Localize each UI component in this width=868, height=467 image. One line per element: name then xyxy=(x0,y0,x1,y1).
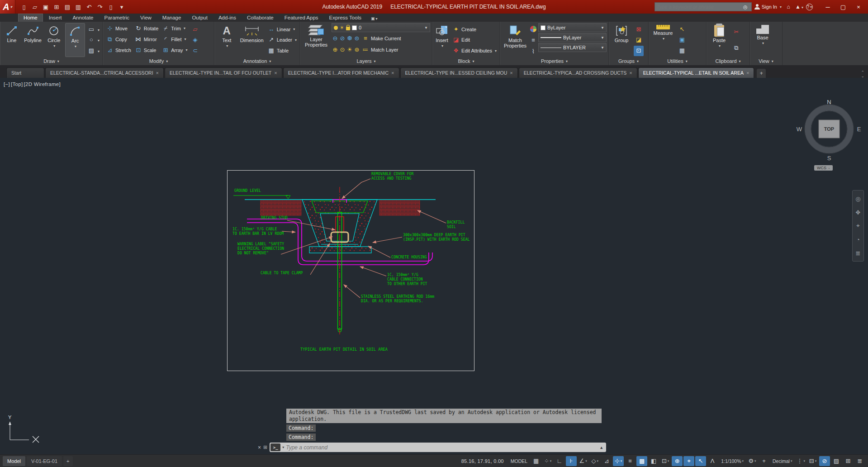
make-current-button[interactable]: ≡Make Current xyxy=(360,33,403,43)
command-input[interactable] xyxy=(286,444,598,451)
batch-plot-icon[interactable]: ▥ xyxy=(73,2,83,12)
orbit-icon[interactable]: ◔ xyxy=(853,233,863,246)
group-edit-button[interactable]: ◪ xyxy=(634,35,644,45)
rotate-button[interactable]: ↻Rotate xyxy=(133,23,160,33)
close-icon[interactable] xyxy=(629,70,632,76)
ribbon-display-button[interactable]: ▣ xyxy=(367,15,381,22)
quick-calc-button[interactable]: ▦ xyxy=(677,46,687,56)
viewport-menu-button[interactable]: [−] xyxy=(4,81,10,87)
units-toggle[interactable]: Decimal▾ xyxy=(770,456,794,466)
recent-commands-icon[interactable]: ▾ xyxy=(282,445,284,449)
dynamic-ucs-toggle[interactable]: ⊕ xyxy=(672,456,683,466)
quick-select-button[interactable]: ↖ xyxy=(677,24,687,34)
sheet-set-icon[interactable]: ▯ xyxy=(106,2,116,12)
create-block-button[interactable]: ✦Create xyxy=(451,24,498,34)
help-icon[interactable]: ? xyxy=(806,4,813,10)
tab-manage[interactable]: Manage xyxy=(157,14,186,22)
ortho-mode-toggle[interactable]: ⊦ xyxy=(566,456,577,466)
panel-label-groups[interactable]: Groups xyxy=(609,57,648,65)
panel-label-draw[interactable]: Draw xyxy=(0,57,103,65)
tab-express-tools[interactable]: Express Tools xyxy=(324,14,366,22)
infer-constraints-toggle[interactable]: ∟ xyxy=(554,456,565,466)
paste-button[interactable]: Paste xyxy=(708,23,730,57)
close-icon[interactable] xyxy=(274,70,277,76)
table-button[interactable]: ▦Table xyxy=(266,46,298,56)
edit-block-button[interactable]: ◪Edit xyxy=(451,35,498,45)
graphics-performance-toggle[interactable]: ⊘ xyxy=(819,456,830,466)
snap-mode-toggle[interactable]: ⁘▾ xyxy=(542,456,553,466)
panel-label-view[interactable]: View xyxy=(750,57,782,65)
panel-label-utilities[interactable]: Utilities xyxy=(649,57,706,65)
panel-label-annotation[interactable]: Annotation xyxy=(214,57,300,65)
ellipse-button[interactable]: ○ xyxy=(86,35,101,45)
layer-isolate-icon[interactable]: ⊘ xyxy=(339,35,346,42)
file-tab[interactable]: ELECTRICAL-TYPE IN...TAIL OF FCU OUTLET xyxy=(165,67,282,78)
save-icon[interactable]: ▣ xyxy=(41,2,51,12)
array-button[interactable]: ⊞Array xyxy=(161,45,189,55)
isometric-drafting-toggle[interactable]: ◇▾ xyxy=(589,456,600,466)
command-prompt-icon[interactable] xyxy=(270,443,280,451)
autodesk-exchange-icon[interactable]: ▲ xyxy=(795,4,803,10)
tab-addins[interactable]: Add-ins xyxy=(213,14,241,22)
object-isolate-toggle[interactable]: ⊟▾ xyxy=(807,456,818,466)
layer-on-all-icon[interactable]: ⊕ xyxy=(332,46,339,53)
new-drawing-tab-button[interactable]: + xyxy=(757,69,766,78)
clean-screen-toggle[interactable]: ⊞ xyxy=(843,456,854,466)
app-store-icon[interactable]: ⌂ xyxy=(784,4,792,10)
tab-output[interactable]: Output xyxy=(187,14,213,22)
minimize-button[interactable]: ─ xyxy=(820,1,835,13)
close-icon[interactable] xyxy=(391,70,394,76)
close-icon[interactable] xyxy=(510,70,512,76)
layer-off-icon[interactable]: ⊖ xyxy=(332,35,339,42)
file-tab-active[interactable]: ELECTRICAL-TYPICAL ...ETAIL IN SOIL AREA xyxy=(638,67,754,78)
tab-insert[interactable]: Insert xyxy=(44,14,67,22)
search-input[interactable] xyxy=(657,4,741,10)
sign-in-button[interactable]: Sign In xyxy=(754,4,782,10)
object-color-dropdown[interactable]: ByLayer ▼ xyxy=(538,23,607,32)
tab-featured-apps[interactable]: Featured Apps xyxy=(280,14,323,22)
wcs-dropdown[interactable]: WCS⌄ xyxy=(814,165,833,171)
search-icon[interactable]: ◎ xyxy=(741,4,749,10)
layer-unisolate-icon[interactable]: ⊙ xyxy=(339,46,346,53)
erase-button[interactable]: ▱ xyxy=(190,24,200,34)
text-button[interactable]: A Text xyxy=(216,23,237,57)
file-tab[interactable]: ELECTRICAL-TYPICA...AD CROSSING DUCTS xyxy=(519,67,637,78)
3d-object-snap-toggle[interactable]: ⊡▾ xyxy=(660,456,671,466)
scale-button[interactable]: ⊡Scale xyxy=(133,45,160,55)
annotation-scale-toggle[interactable]: 1:1/100%▾ xyxy=(719,456,746,466)
tab-collaborate[interactable]: Collaborate xyxy=(242,14,279,22)
close-command-icon[interactable]: × xyxy=(258,444,261,451)
dimension-button[interactable]: Dimension xyxy=(239,23,265,57)
ungroup-button[interactable]: ⊠ xyxy=(634,24,644,34)
linetype-dropdown[interactable]: BYLAYER ▼ xyxy=(538,43,607,52)
hardware-acceleration-toggle[interactable]: ▨ xyxy=(831,456,842,466)
pan-icon[interactable]: ✥ xyxy=(853,205,863,219)
polar-tracking-toggle[interactable]: ∠▾ xyxy=(578,456,588,466)
base-button[interactable]: Base xyxy=(752,23,773,57)
lineweight-list-icon[interactable]: ≡ xyxy=(530,37,537,44)
lineweight-dropdown[interactable]: ByLayer ▼ xyxy=(538,33,607,42)
open-file-icon[interactable]: ▱ xyxy=(30,2,40,12)
new-layout-button[interactable]: + xyxy=(63,456,72,466)
group-button[interactable]: Group xyxy=(611,23,632,57)
close-icon[interactable] xyxy=(746,70,749,76)
arc-button[interactable]: Arc xyxy=(65,23,85,57)
copy-button[interactable]: ⧉Copy xyxy=(105,34,133,44)
command-expand-icon[interactable]: ▲ xyxy=(599,445,603,450)
file-tab[interactable]: ELECTRICAL-TYPE I...ATOR FOR MECHANIC xyxy=(283,67,399,78)
zoom-extents-icon[interactable]: ⌖ xyxy=(853,219,863,233)
app-menu-button[interactable]: A xyxy=(0,0,15,14)
layer-thaw-all-icon[interactable]: ☀ xyxy=(346,46,353,53)
hatch-button[interactable]: ▨ xyxy=(86,46,101,56)
copy-clip-button[interactable]: ⧉ xyxy=(731,43,741,53)
stretch-button[interactable]: ⊿Stretch xyxy=(105,45,133,55)
tab-annotate[interactable]: Annotate xyxy=(67,14,98,22)
edit-attributes-button[interactable]: ❖Edit Attributes xyxy=(451,46,498,56)
panel-label-layers[interactable]: Layers xyxy=(300,57,432,65)
file-tab-start[interactable]: Start xyxy=(6,67,44,78)
panel-label-clipboard[interactable]: Clipboard xyxy=(707,57,749,65)
circle-button[interactable]: Circle xyxy=(44,23,64,57)
tab-view[interactable]: View xyxy=(135,14,157,22)
explode-button[interactable]: ◈ xyxy=(190,35,200,45)
cut-button[interactable]: ✂ xyxy=(731,27,741,37)
